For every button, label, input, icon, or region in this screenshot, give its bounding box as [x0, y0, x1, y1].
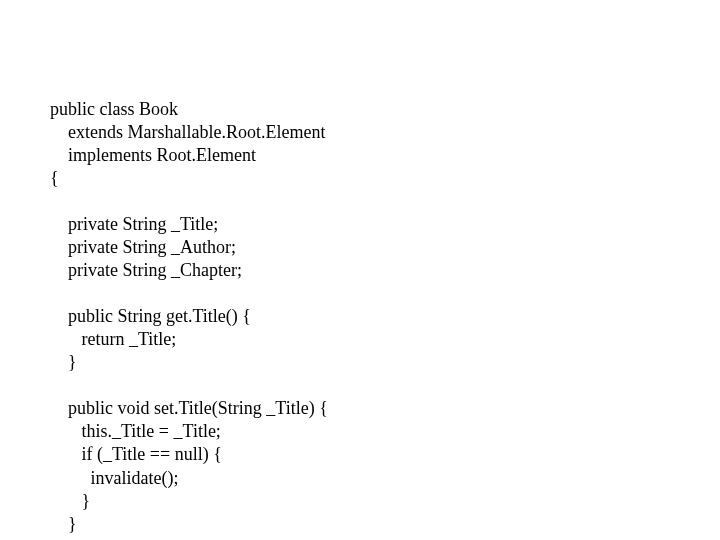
code-block: public class Book extends Marshallable.R… — [50, 98, 328, 536]
